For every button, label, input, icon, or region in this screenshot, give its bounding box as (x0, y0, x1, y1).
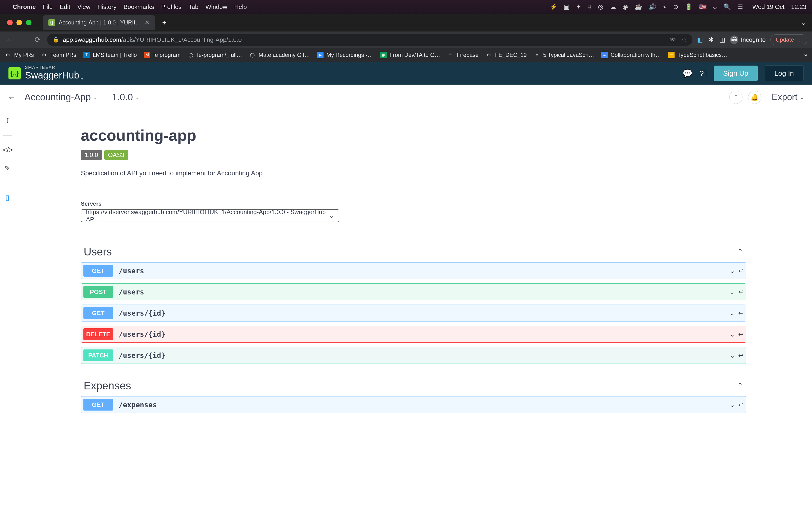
star-icon[interactable]: ☆ (681, 36, 687, 44)
reload-button[interactable]: ⟳ (33, 35, 42, 44)
chevron-down-icon[interactable]: ⌄ (730, 267, 735, 275)
link-icon[interactable]: ↩ (738, 351, 744, 359)
section-header[interactable]: Users ⌃ (81, 241, 746, 262)
link-icon[interactable]: ↩ (738, 330, 744, 338)
sidebar-code-icon[interactable]: </> (3, 146, 12, 154)
bookmark-item[interactable]: ◯fe-program/_full… (187, 52, 242, 58)
battery-icon[interactable]: 🔋 (685, 3, 692, 11)
export-button[interactable]: Export ⌄ (771, 92, 805, 102)
sidebar-doc-icon[interactable]: ▯ (3, 193, 12, 201)
bookmark-item[interactable]: 🗀My PRs (5, 52, 34, 58)
volume-icon[interactable]: 🔊 (649, 3, 656, 11)
link-icon[interactable]: ↩ (738, 288, 744, 296)
status-icon[interactable]: ◉ (623, 3, 628, 11)
bluetooth-icon[interactable]: ⌁ (663, 3, 667, 11)
minimize-window-button[interactable] (16, 20, 22, 25)
profile-button[interactable]: 🕶 Incognito (730, 35, 766, 44)
bookmark-item[interactable]: ▭TypeScript basics… (668, 52, 727, 58)
play-icon[interactable]: ⊙ (673, 3, 678, 11)
version-selector[interactable]: 1.0.0 ⌄ (112, 92, 140, 103)
extension-icon[interactable]: ◧ (697, 36, 703, 44)
search-icon[interactable]: 🔍 (723, 3, 731, 11)
close-tab-icon[interactable]: ✕ (145, 19, 150, 26)
operation-post[interactable]: POST /users ⌄ ↩ (81, 283, 746, 300)
flag-icon[interactable]: 🇺🇸 (699, 3, 706, 11)
wifi-icon[interactable]: ⌵ (713, 3, 717, 11)
sidebar-edit-icon[interactable]: ✎ (3, 164, 12, 172)
sidebar-share-icon[interactable]: ⤴ (3, 117, 12, 125)
notifications-icon[interactable]: 🔔 (748, 91, 761, 104)
menu-tab[interactable]: Tab (189, 3, 199, 11)
bookmark-item[interactable]: ▶My Recordings -… (317, 52, 373, 58)
chevron-down-icon[interactable]: ⌄ (730, 351, 735, 359)
help-icon[interactable]: ?⃝ (700, 69, 707, 78)
bookmark-item[interactable]: ▦From Dev/TA to G… (380, 52, 440, 58)
swaggerhub-header: {..} SMARTBEAR SwaggerHub™ 💬 ?⃝ Sign Up … (0, 62, 812, 85)
bookmark-item[interactable]: ≡Collaboration with… (601, 52, 661, 58)
menu-edit[interactable]: Edit (60, 3, 70, 11)
status-icon[interactable]: ▣ (564, 3, 569, 11)
swaggerhub-brand[interactable]: {..} SMARTBEAR SwaggerHub™ (9, 65, 83, 81)
browser-tab[interactable]: {} Accounting-App | 1.0.0 | YURII… ✕ (43, 15, 155, 30)
new-tab-button[interactable]: + (159, 17, 170, 28)
back-arrow-icon[interactable]: ← (7, 92, 16, 102)
control-center-icon[interactable]: ☰ (737, 3, 743, 11)
menu-window[interactable]: Window (205, 3, 227, 11)
status-icon[interactable]: ◎ (598, 3, 603, 11)
status-icon[interactable]: ☕ (634, 3, 642, 11)
chevron-down-icon[interactable]: ⌄ (730, 401, 735, 409)
maximize-window-button[interactable] (26, 20, 31, 25)
lock-icon[interactable]: 🔒 (52, 37, 59, 43)
chevron-down-icon[interactable]: ⌄ (730, 309, 735, 317)
link-icon[interactable]: ↩ (738, 309, 744, 317)
chat-icon[interactable]: 💬 (683, 69, 692, 78)
update-button[interactable]: Update ⋮ (770, 34, 807, 45)
operation-get[interactable]: GET /expenses ⌄ ↩ (81, 396, 746, 413)
link-icon[interactable]: ↩ (738, 401, 744, 409)
bookmark-item[interactable]: Mfe program (144, 52, 181, 58)
extensions-icon[interactable]: ✱ (709, 36, 714, 44)
bookmark-item[interactable]: ✦5 Typical JavaScri… (534, 52, 594, 58)
menubar-time[interactable]: 12:23 (791, 3, 806, 11)
menu-bookmarks[interactable]: Bookmarks (124, 3, 154, 11)
menu-help[interactable]: Help (234, 3, 247, 11)
document-icon[interactable]: ▯ (729, 91, 742, 104)
servers-dropdown[interactable]: https://virtserver.swaggerhub.com/YURIIH… (81, 209, 339, 222)
operation-delete[interactable]: DELETE /users/{id} ⌄ ↩ (81, 326, 746, 343)
eye-off-icon[interactable]: 👁 (670, 36, 676, 44)
chevron-down-icon[interactable]: ⌄ (730, 330, 735, 338)
operation-get[interactable]: GET /users/{id} ⌄ ↩ (81, 304, 746, 321)
link-icon[interactable]: ↩ (738, 267, 744, 275)
menu-file[interactable]: File (43, 3, 52, 11)
bookmark-item[interactable]: 🗀Firebase (447, 52, 479, 58)
signup-button[interactable]: Sign Up (714, 65, 758, 81)
bookmark-item[interactable]: TLMS team | Trello (83, 52, 137, 58)
tabs-caret-icon[interactable]: ⌄ (801, 19, 806, 27)
close-window-button[interactable] (7, 20, 13, 25)
bookmark-item[interactable]: 🗀Team PRs (41, 52, 76, 58)
status-icon[interactable]: ⌗ (588, 3, 592, 11)
back-button[interactable]: ← (5, 35, 14, 44)
login-button[interactable]: Log In (765, 65, 803, 81)
menu-profiles[interactable]: Profiles (161, 3, 182, 11)
chevron-up-icon: ⌃ (737, 381, 744, 390)
chevron-down-icon[interactable]: ⌄ (730, 288, 735, 296)
address-bar[interactable]: 🔒 app.swaggerhub.com/apis/YURIIHOLIUK_1/… (47, 34, 692, 46)
api-selector[interactable]: Accounting-App ⌄ (25, 92, 98, 103)
status-icon[interactable]: ☁ (610, 3, 616, 11)
forward-button[interactable]: → (19, 35, 28, 44)
menu-history[interactable]: History (97, 3, 117, 11)
operation-get[interactable]: GET /users ⌄ ↩ (81, 262, 746, 279)
operation-patch[interactable]: PATCH /users/{id} ⌄ ↩ (81, 347, 746, 364)
bookmarks-bar: 🗀My PRs 🗀Team PRs TLMS team | Trello Mfe… (0, 48, 812, 62)
panel-icon[interactable]: ◫ (719, 36, 725, 44)
bookmark-item[interactable]: ◯Mate academy Git… (249, 52, 310, 58)
menubar-date[interactable]: Wed 19 Oct (752, 3, 784, 11)
bookmarks-overflow-icon[interactable]: » (804, 52, 807, 58)
bookmark-item[interactable]: 🗀FE_DEC_19 (486, 52, 527, 58)
status-icon[interactable]: ✦ (576, 3, 581, 11)
status-icon[interactable]: ⚡ (550, 3, 557, 11)
active-app[interactable]: Chrome (13, 3, 36, 11)
menu-view[interactable]: View (77, 3, 90, 11)
section-header[interactable]: Expenses ⌃ (81, 375, 746, 396)
